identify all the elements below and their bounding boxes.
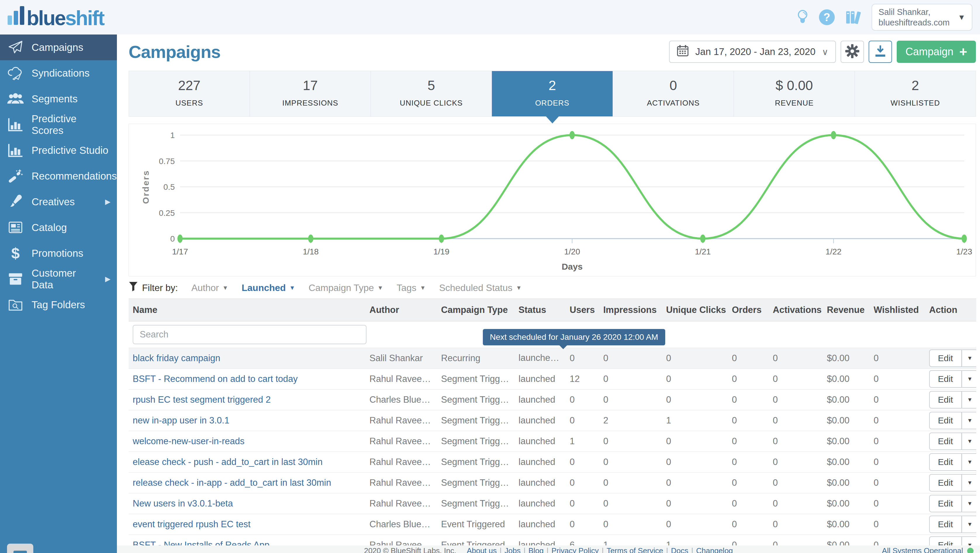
edit-dropdown-button[interactable]: ▼ [962, 349, 976, 367]
sidebar-item-creatives[interactable]: Creatives▶ [0, 189, 117, 215]
campaign-name-link[interactable]: black friday campaign [133, 353, 220, 363]
edit-dropdown-button[interactable]: ▼ [962, 370, 976, 388]
stat-tab-orders[interactable]: 2ORDERS [492, 71, 613, 116]
column-header-campaign-type[interactable]: Campaign Type [437, 299, 514, 321]
author-cell: Charles Blueshift [365, 389, 437, 410]
column-header-unique-clicks[interactable]: Unique Clicks [662, 299, 728, 321]
column-header-orders[interactable]: Orders [728, 299, 769, 321]
user-account-menu[interactable]: Salil Shankar, blueshiftreads.com ▼ [872, 4, 972, 31]
stat-tab-activations[interactable]: 0ACTIVATIONS [613, 71, 734, 116]
filter-author[interactable]: Author▼ [191, 282, 228, 293]
stat-tab-impressions[interactable]: 17IMPRESSIONS [250, 71, 371, 116]
footer-link-jobs[interactable]: Jobs [504, 546, 520, 553]
edit-dropdown-button[interactable]: ▼ [962, 391, 976, 408]
footer-link-about-us[interactable]: About us [467, 546, 497, 553]
stat-tab-unique-clicks[interactable]: 5UNIQUE CLICKS [371, 71, 492, 116]
settings-button[interactable] [841, 41, 864, 63]
edit-button[interactable]: Edit [929, 516, 962, 533]
svg-text:Orders: Orders [141, 170, 151, 204]
new-campaign-button[interactable]: Campaign + [897, 41, 976, 63]
edit-button[interactable]: Edit [929, 495, 962, 512]
sidebar-item-campaigns[interactable]: Campaigns [0, 35, 117, 60]
sidebar-item-label: Syndications [32, 67, 89, 79]
campaign-name-link[interactable]: New users in v3.0.1-beta [133, 498, 233, 508]
date-range-picker[interactable]: Jan 17, 2020 - Jan 23, 2020 ∨ [669, 41, 836, 63]
footer-link-changelog[interactable]: Changelog [696, 546, 733, 553]
orders-cell: 0 [728, 410, 769, 431]
edit-button[interactable]: Edit [929, 453, 962, 471]
edit-dropdown-button[interactable]: ▼ [962, 453, 976, 471]
filter-campaign-type[interactable]: Campaign Type▼ [309, 282, 383, 293]
sidebar-item-segments[interactable]: Segments [0, 86, 117, 112]
edit-button[interactable]: Edit [929, 349, 962, 367]
sidebar-item-tag-folders[interactable]: Tag Folders [0, 292, 117, 317]
footer-link-terms-of-service[interactable]: Terms of Service [606, 546, 663, 553]
filter-launched[interactable]: Launched▼ [242, 282, 295, 293]
campaign-name-link[interactable]: rpush EC test segment triggered 2 [133, 395, 270, 405]
sidebar-item-customer-data[interactable]: Customer Data▶ [0, 266, 117, 292]
campaign-name-link[interactable]: welcome-new-user-in-reads [133, 436, 244, 446]
edit-dropdown-button[interactable]: ▼ [962, 495, 976, 512]
unique-clicks-cell: 0 [662, 493, 728, 514]
svg-text:1/22: 1/22 [826, 247, 842, 256]
info-icon[interactable]: i [559, 353, 566, 364]
column-header-users[interactable]: Users [566, 299, 599, 321]
help-icon[interactable]: ? [819, 10, 835, 25]
column-header-status[interactable]: Status [514, 299, 566, 321]
edit-button[interactable]: Edit [929, 370, 962, 388]
table-row: new in-app user in 3.0.1Rahul Raveendran… [129, 410, 976, 431]
column-header-revenue[interactable]: Revenue [823, 299, 870, 321]
column-header-name[interactable]: Name [129, 299, 365, 321]
footer-link-blog[interactable]: Blog [528, 546, 544, 553]
edit-dropdown-button[interactable]: ▼ [962, 432, 976, 450]
campaign-name-link[interactable]: elease check - push - add_to_cart in las… [133, 457, 323, 467]
sidebar-item-label: Creatives [32, 196, 75, 208]
stat-tab-users[interactable]: 227USERS [129, 71, 250, 116]
edit-dropdown-button[interactable]: ▼ [962, 412, 976, 429]
sidebar-item-label: Segments [32, 93, 78, 105]
campaigns-table-wrap: Next scheduled for January 26 2020 12:00… [129, 299, 976, 553]
footer-link-privacy-policy[interactable]: Privacy Policy [552, 546, 599, 553]
download-button[interactable] [869, 41, 892, 63]
campaign-name-link[interactable]: event triggered rpush EC test [133, 519, 250, 529]
filter-tags[interactable]: Tags▼ [397, 282, 426, 293]
sidebar-item-predictive-studio[interactable]: Predictive Studio [0, 137, 117, 163]
campaign-name-link[interactable]: new in-app user in 3.0.1 [133, 415, 229, 426]
column-header-impressions[interactable]: Impressions [599, 299, 662, 321]
orders-line-chart: 10.750.50.2501/171/181/191/201/211/221/2… [132, 127, 972, 274]
users-cell: 0 [566, 493, 599, 514]
chevron-down-icon: ▼ [420, 285, 426, 291]
sidebar-item-syndications[interactable]: Syndications [0, 60, 117, 86]
edit-dropdown-button[interactable]: ▼ [962, 516, 976, 533]
edit-button[interactable]: Edit [929, 474, 962, 492]
svg-text:0.75: 0.75 [159, 157, 175, 166]
library-books-icon[interactable] [845, 10, 862, 25]
sidebar-item-catalog[interactable]: Catalog [0, 215, 117, 241]
system-status-link[interactable]: All Systems Operational [882, 546, 974, 553]
stat-tab-revenue[interactable]: $ 0.00REVENUE [734, 71, 855, 116]
edit-dropdown-button[interactable]: ▼ [962, 474, 976, 492]
column-header-author[interactable]: Author [365, 299, 437, 321]
footer-link-docs[interactable]: Docs [671, 546, 688, 553]
activations-cell: 0 [769, 493, 823, 514]
sidebar-item-recommendations[interactable]: Recommendations [0, 163, 117, 189]
sidebar-collapse-button[interactable] [7, 543, 33, 553]
sidebar-item-promotions[interactable]: $Promotions [0, 241, 117, 266]
revenue-cell: $0.00 [823, 410, 870, 431]
stat-tab-wishlisted[interactable]: 2WISHLISTED [855, 71, 975, 116]
funnel-icon [129, 281, 138, 294]
edit-button[interactable]: Edit [929, 432, 962, 450]
sidebar-item-predictive-scores[interactable]: Predictive Scores [0, 112, 117, 137]
filter-scheduled-status[interactable]: Scheduled Status▼ [439, 282, 522, 293]
campaign-name-link[interactable]: BSFT - Recommend on add to cart today [133, 374, 298, 384]
ideas-lightbulb-icon[interactable] [796, 9, 809, 26]
column-header-activations[interactable]: Activations [769, 299, 823, 321]
impressions-cell: 0 [599, 348, 662, 369]
search-input[interactable] [133, 325, 366, 344]
edit-button[interactable]: Edit [929, 412, 962, 429]
edit-button[interactable]: Edit [929, 391, 962, 408]
campaign-name-link[interactable]: release check - in-app - add_to_cart in … [133, 478, 331, 488]
column-header-wishlisted[interactable]: Wishlisted [870, 299, 925, 321]
column-header-action[interactable]: Action [925, 299, 976, 321]
copyright-text: 2020 © BlueShift Labs, Inc. [364, 546, 456, 553]
